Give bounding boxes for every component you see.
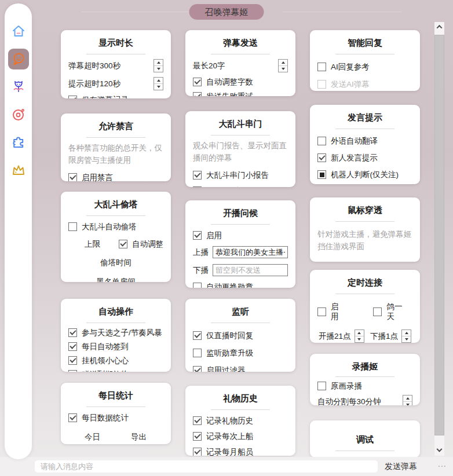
message-input[interactable]: [35, 460, 378, 473]
sidebar-item-home[interactable]: [8, 21, 29, 42]
spin-up-icon[interactable]: [154, 60, 163, 65]
card-mouse-through: 鼠标穿透 针对游戏主播，避免弹幕姬挡住游戏界面: [310, 197, 420, 262]
live-only-checkbox[interactable]: [193, 331, 202, 340]
skip-day-group: 鸽一天: [373, 302, 412, 321]
card-debug: 调试: [310, 420, 420, 457]
sign-in-checkbox[interactable]: [68, 342, 77, 351]
today-button[interactable]: 今日: [85, 432, 100, 442]
on-stream-input[interactable]: [213, 246, 288, 258]
spin-down-icon[interactable]: [154, 83, 163, 90]
sidebar-item-danmaku[interactable]: [8, 49, 29, 69]
expiring-gifts-label: 赠送到期礼物: [82, 369, 129, 372]
scroll-down-button[interactable]: [434, 446, 444, 456]
chat-face-icon: [11, 52, 26, 67]
card-title-divider: [211, 323, 270, 323]
translate-checkbox[interactable]: [317, 137, 326, 145]
auto-adjust-checkbox[interactable]: [119, 240, 127, 248]
scrollbar-thumb[interactable]: [434, 35, 444, 435]
card-title-divider: [211, 224, 270, 225]
max-length-spinner[interactable]: [278, 59, 288, 72]
spin-down-icon[interactable]: [154, 65, 163, 72]
card-title-divider: [335, 376, 394, 377]
auto-adjust-length-label: 自动调整字数: [206, 77, 253, 87]
summon-danmaku-button[interactable]: 召唤弹幕姬: [189, 4, 264, 20]
idle-hearts-checkbox[interactable]: [68, 356, 77, 365]
record-crew-checkbox[interactable]: [193, 448, 202, 456]
spin-down-icon[interactable]: [402, 336, 411, 342]
more-button[interactable]: ...: [434, 459, 450, 469]
off-stream-input[interactable]: [213, 264, 288, 276]
puzzle-icon: [11, 135, 26, 150]
card-title-divider: [211, 409, 270, 410]
translate-label: 外语自动翻译: [331, 136, 378, 146]
sidebar-item-flower[interactable]: [8, 76, 29, 97]
skip-day-checkbox[interactable]: [373, 307, 382, 316]
start-hour-label: 开播21点: [319, 331, 351, 341]
card-title-divider: [86, 54, 145, 54]
auto-adjust-label: 自动调整: [132, 239, 163, 249]
expiring-gifts-checkbox[interactable]: [68, 370, 77, 372]
card-title: 自动操作: [68, 306, 163, 317]
spin-down-icon[interactable]: [279, 65, 287, 72]
card-daily-stats: 每日统计 每日数据统计 今日 导出: [61, 383, 171, 444]
newcomer-label: 新人发言提示: [331, 153, 378, 163]
max-length-label: 最长20字: [193, 61, 225, 71]
timed-enable-checkbox[interactable]: [317, 307, 326, 316]
danmaku-timeout-spinner[interactable]: [154, 59, 163, 72]
spin-up-icon[interactable]: [402, 330, 411, 336]
card-title: 录播姬: [317, 361, 412, 372]
filter-checkbox[interactable]: [193, 366, 202, 372]
greeting-enable-checkbox[interactable]: [193, 231, 202, 240]
spin-up-icon[interactable]: [403, 396, 412, 401]
sidebar-item-crown[interactable]: [8, 160, 29, 181]
composer-bar: 发送弹幕 ...: [0, 457, 453, 476]
chevron-up-icon: [437, 25, 443, 31]
pk-sync-checkbox[interactable]: [193, 186, 202, 187]
split-row: 自动分割每30分钟: [317, 395, 412, 405]
raw-record-checkbox[interactable]: [317, 382, 326, 390]
export-button[interactable]: 导出: [131, 432, 147, 442]
visit-report-checkbox[interactable]: [193, 171, 202, 180]
lottery-checkbox[interactable]: [68, 328, 77, 337]
newcomer-row: 新人发言提示: [317, 153, 412, 163]
sidebar-item-disc[interactable]: [8, 104, 29, 125]
daily-stats-checkbox[interactable]: [68, 413, 77, 422]
end-hour-spinner[interactable]: [401, 329, 411, 343]
retry-checkbox[interactable]: [193, 92, 202, 96]
auto-steal-checkbox[interactable]: [68, 222, 77, 231]
ai-reference-checkbox[interactable]: [317, 63, 326, 71]
auto-medal-checkbox[interactable]: [193, 283, 202, 288]
start-hour-spinner[interactable]: [355, 329, 364, 343]
danmaku-timeout-label: 弹幕超时300秒: [68, 61, 120, 71]
split-spinner[interactable]: [403, 395, 412, 405]
medal-upgrade-checkbox[interactable]: [193, 349, 202, 357]
flower-icon: [11, 79, 26, 94]
visit-report-row: 大乱斗串门小报告: [193, 170, 288, 180]
card-brawl-visit: 大乱斗串门 观众串门报告、显示对面直播间的弹幕 大乱斗串门小报告 PK同步消息: [185, 111, 295, 187]
live-only-row: 仅直播时回复: [193, 331, 288, 340]
card-title: 监听: [193, 306, 288, 317]
idle-hearts-row: 挂机领小心心: [68, 356, 163, 365]
spin-down-icon[interactable]: [355, 336, 364, 342]
spin-up-icon[interactable]: [154, 78, 163, 83]
robot-judge-row: 机器人判断(仅关注): [317, 170, 412, 180]
robot-judge-checkbox[interactable]: [317, 170, 326, 179]
tip-timeout-spinner[interactable]: [154, 77, 163, 90]
save-record-checkbox[interactable]: [68, 96, 77, 98]
vertical-scrollbar[interactable]: [434, 22, 444, 456]
card-display-duration: 显示时长 弹幕超时300秒 提示超时120秒 保存弹幕记录: [61, 30, 171, 98]
record-gifts-checkbox[interactable]: [193, 416, 202, 425]
auto-steal-label: 大乱斗自动偷塔: [82, 222, 137, 232]
send-danmaku-button[interactable]: 发送弹幕: [385, 462, 417, 472]
newcomer-checkbox[interactable]: [317, 153, 326, 162]
scroll-up-button[interactable]: [434, 22, 444, 32]
spin-up-icon[interactable]: [279, 60, 287, 65]
record-boarding-label: 记录每次上船: [206, 431, 253, 441]
enable-ban-checkbox[interactable]: [68, 173, 77, 181]
auto-adjust-length-checkbox[interactable]: [193, 78, 202, 86]
record-boarding-checkbox[interactable]: [193, 432, 202, 441]
spin-down-icon[interactable]: [403, 401, 412, 405]
spin-up-icon[interactable]: [355, 330, 364, 336]
steal-time-label: 偷塔时间: [68, 258, 163, 268]
sidebar-item-puzzle[interactable]: [8, 132, 29, 153]
